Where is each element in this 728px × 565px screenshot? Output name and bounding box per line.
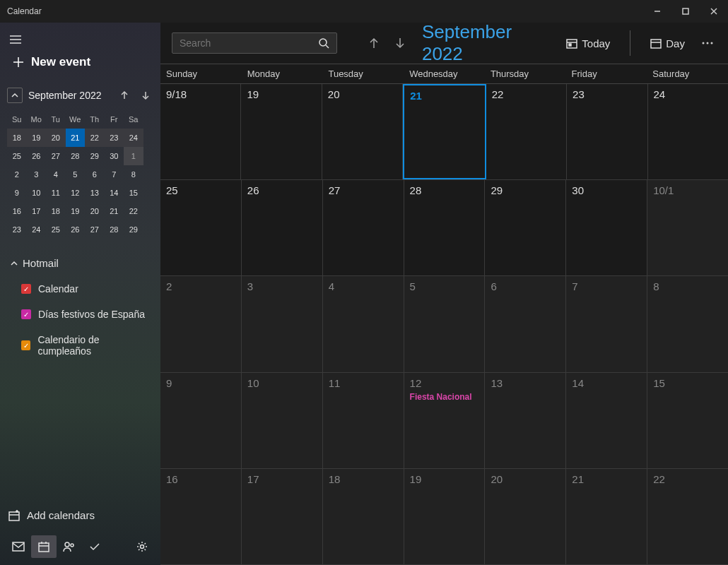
mini-cal-day[interactable]: 14 [105, 184, 124, 202]
calendar-day-cell[interactable]: 13 [485, 373, 566, 468]
mini-cal-day[interactable]: 5 [66, 165, 86, 184]
mini-cal-day[interactable]: 28 [66, 147, 86, 165]
calendar-day-cell[interactable]: 21 [403, 84, 486, 179]
mini-cal-day[interactable]: 26 [66, 220, 86, 239]
mini-cal-day[interactable]: 4 [46, 165, 66, 184]
calendar-day-cell[interactable]: 3 [242, 276, 323, 371]
calendar-app-button[interactable] [31, 535, 57, 558]
calendar-day-cell[interactable]: 21 [566, 469, 647, 564]
search-input[interactable] [180, 37, 318, 49]
mini-cal-day[interactable]: 18 [46, 202, 66, 220]
todo-app-button[interactable] [82, 535, 107, 558]
calendar-day-cell[interactable]: 18 [323, 469, 404, 564]
calendar-day-cell[interactable]: 27 [323, 180, 404, 275]
mini-cal-day[interactable]: 16 [7, 202, 27, 220]
mini-cal-day[interactable]: 21 [66, 129, 86, 147]
calendar-day-cell[interactable]: 20 [485, 469, 566, 564]
mini-cal-day[interactable]: 8 [124, 165, 143, 184]
mini-cal-day[interactable]: 11 [46, 184, 66, 202]
view-switcher-button[interactable]: Day [645, 35, 691, 52]
calendar-day-cell[interactable]: 12 Fiesta Nacional [404, 373, 486, 468]
calendar-day-cell[interactable]: 10 [242, 373, 323, 468]
calendar-day-cell[interactable]: 2 [160, 276, 242, 371]
calendar-day-cell[interactable]: 11 [323, 373, 404, 468]
mini-cal-day[interactable]: 20 [85, 202, 105, 220]
calendar-day-cell[interactable]: 4 [323, 276, 404, 371]
calendar-day-cell[interactable]: 20 [322, 84, 403, 179]
mail-app-button[interactable] [6, 535, 31, 558]
mini-cal-day[interactable]: 24 [27, 220, 47, 239]
new-event-button[interactable]: New event [7, 48, 153, 76]
calendar-day-cell[interactable]: 7 [566, 276, 647, 371]
minimize-button[interactable] [643, 0, 671, 23]
mini-cal-day[interactable]: 19 [66, 202, 86, 220]
maximize-button[interactable] [671, 0, 700, 23]
mini-cal-day[interactable]: 18 [7, 129, 27, 147]
calendar-day-cell[interactable]: 8 [647, 276, 728, 371]
calendar-day-cell[interactable]: 22 [486, 84, 567, 179]
calendar-checkbox-item[interactable]: ✓ Calendar [7, 276, 153, 302]
mini-cal-day[interactable]: 23 [105, 129, 124, 147]
close-button[interactable] [700, 0, 728, 23]
account-toggle[interactable]: Hotmail [7, 250, 153, 276]
mini-cal-day[interactable]: 27 [85, 220, 105, 239]
hamburger-menu-button[interactable] [7, 31, 24, 48]
calendar-day-cell[interactable]: 9 [160, 373, 242, 468]
calendar-day-cell[interactable]: 28 [404, 180, 486, 275]
mini-cal-day[interactable]: 29 [124, 220, 143, 239]
calendar-day-cell[interactable]: 6 [485, 276, 566, 371]
calendar-day-cell[interactable]: 9/18 [160, 84, 241, 179]
mini-cal-day[interactable]: 22 [124, 202, 143, 220]
mini-cal-day[interactable]: 12 [66, 184, 86, 202]
mini-cal-day[interactable]: 22 [85, 129, 105, 147]
calendar-day-cell[interactable]: 19 [241, 84, 322, 179]
mini-cal-day[interactable]: 13 [85, 184, 105, 202]
calendar-day-cell[interactable]: 14 [566, 373, 647, 468]
calendar-checkbox-item[interactable]: ✓ Calendario de cumpleaños [7, 327, 153, 364]
calendar-day-cell[interactable]: 26 [242, 180, 323, 275]
calendar-checkbox-item[interactable]: ✓ Días festivos de España [7, 302, 153, 327]
calendar-day-cell[interactable]: 16 [160, 469, 242, 564]
calendar-day-cell[interactable]: 25 [160, 180, 242, 275]
mini-cal-day[interactable]: 27 [46, 147, 66, 165]
mini-cal-day[interactable]: 21 [105, 202, 124, 220]
mini-cal-day[interactable]: 17 [27, 202, 47, 220]
mini-cal-day[interactable]: 25 [46, 220, 66, 239]
more-options-button[interactable] [699, 33, 717, 53]
mini-cal-day[interactable]: 26 [27, 147, 47, 165]
calendar-day-cell[interactable]: 17 [242, 469, 323, 564]
mini-cal-day[interactable]: 30 [105, 147, 124, 165]
mini-cal-day[interactable]: 19 [27, 129, 47, 147]
mini-cal-prev-button[interactable] [117, 88, 132, 103]
calendar-day-cell[interactable]: 22 [647, 469, 728, 564]
calendar-day-cell[interactable]: 10/1 [647, 180, 728, 275]
mini-cal-day[interactable]: 1 [124, 147, 143, 165]
calendar-day-cell[interactable]: 24 [648, 84, 728, 179]
people-app-button[interactable] [57, 535, 82, 558]
mini-cal-day[interactable]: 28 [105, 220, 124, 239]
mini-cal-day[interactable]: 24 [124, 129, 143, 147]
calendar-event[interactable]: Fiesta Nacional [410, 392, 479, 402]
mini-cal-day[interactable]: 3 [27, 165, 47, 184]
today-button[interactable]: Today [560, 35, 616, 52]
mini-cal-day[interactable]: 9 [7, 184, 27, 202]
calendar-day-cell[interactable]: 5 [404, 276, 486, 371]
mini-cal-collapse-button[interactable] [7, 88, 23, 103]
mini-cal-day[interactable]: 23 [7, 220, 27, 239]
mini-cal-next-button[interactable] [138, 88, 153, 103]
prev-month-button[interactable] [365, 33, 383, 53]
mini-cal-day[interactable]: 25 [7, 147, 27, 165]
mini-cal-day[interactable]: 6 [85, 165, 105, 184]
calendar-day-cell[interactable]: 19 [404, 469, 486, 564]
mini-cal-day[interactable]: 29 [85, 147, 105, 165]
mini-cal-day[interactable]: 2 [7, 165, 27, 184]
mini-cal-day[interactable]: 7 [105, 165, 124, 184]
settings-button[interactable] [129, 535, 155, 558]
calendar-day-cell[interactable]: 29 [485, 180, 566, 275]
mini-cal-day[interactable]: 20 [46, 129, 66, 147]
add-calendars-button[interactable]: Add calendars [0, 499, 160, 531]
mini-cal-day[interactable]: 15 [124, 184, 143, 202]
mini-cal-day[interactable]: 10 [27, 184, 47, 202]
calendar-day-cell[interactable]: 30 [566, 180, 647, 275]
next-month-button[interactable] [392, 33, 409, 53]
